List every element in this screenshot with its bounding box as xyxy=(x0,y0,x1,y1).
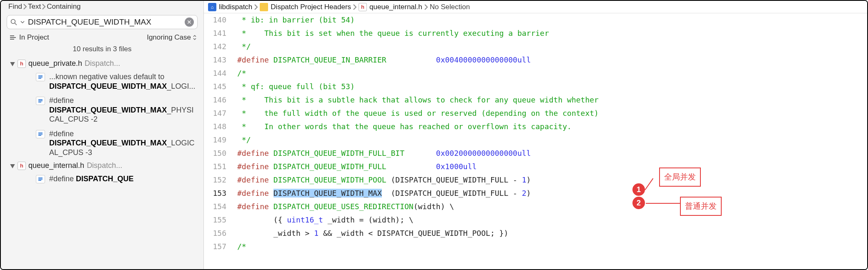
svg-rect-10 xyxy=(38,135,41,136)
breadcrumb-find[interactable]: Find xyxy=(8,2,22,11)
line-number[interactable]: 150 xyxy=(204,147,226,160)
chevron-right-icon xyxy=(23,3,27,10)
annotation-label-1: 全局并发 xyxy=(659,168,701,187)
editor-pane: ⌂libdispatch Dispatch Project Headers hq… xyxy=(204,1,867,269)
find-sidebar: Find Text Containing ✕ In Project Ignori… xyxy=(1,1,204,269)
svg-rect-5 xyxy=(38,99,43,100)
svg-rect-6 xyxy=(38,100,43,101)
annotation-badge-1: 1 xyxy=(632,183,645,196)
code-line[interactable]: #define DISPATCH_QUEUE_WIDTH_MAX (DISPAT… xyxy=(237,187,867,200)
jump-bar[interactable]: ⌂libdispatch Dispatch Project Headers hq… xyxy=(204,1,867,13)
search-match[interactable]: #define DISPATCH_QUEUE_WIDTH_MAX_PHYSICA… xyxy=(2,93,203,127)
line-number[interactable]: 146 xyxy=(204,93,226,107)
code-line[interactable]: */ xyxy=(237,133,867,147)
line-number[interactable]: 156 xyxy=(204,227,226,240)
search-wrap: ✕ xyxy=(1,12,203,32)
chevron-right-icon xyxy=(42,3,46,10)
breadcrumb-text[interactable]: Text xyxy=(28,2,41,11)
disclosure-triangle-icon[interactable] xyxy=(10,163,15,168)
scope-label[interactable]: In Project xyxy=(19,33,49,42)
line-number[interactable]: 157 xyxy=(204,240,226,253)
path-file[interactable]: queue_internal.h xyxy=(369,3,422,11)
match-text: ...known negative values default to DISP… xyxy=(49,72,198,91)
chevron-down-icon[interactable] xyxy=(20,19,25,25)
search-field[interactable]: ✕ xyxy=(7,15,198,29)
line-number[interactable]: 142 xyxy=(204,40,226,53)
svg-rect-3 xyxy=(38,77,43,78)
line-number[interactable]: 147 xyxy=(204,107,226,120)
code-line[interactable]: #define DISPATCH_QUEUE_WIDTH_FULL_BIT 0x… xyxy=(237,147,867,160)
code-line[interactable]: * In other words that the queue has reac… xyxy=(237,120,867,133)
code-line[interactable]: _width > 1 && _width < DISPATCH_QUEUE_WI… xyxy=(237,227,867,240)
code-line[interactable]: * This bit is a subtle hack that allows … xyxy=(237,93,867,107)
updown-icon[interactable] xyxy=(193,35,197,40)
line-number[interactable]: 140 xyxy=(204,13,226,27)
search-match[interactable]: #define DISPATCH_QUEUE_WIDTH_MAX_LOGICAL… xyxy=(2,127,203,160)
line-number[interactable]: 155 xyxy=(204,213,226,227)
disclosure-triangle-icon[interactable] xyxy=(10,61,15,66)
search-match[interactable]: #define DISPATCH_QUE xyxy=(2,172,203,186)
code-line[interactable]: /* xyxy=(237,240,867,253)
file-header[interactable]: hqueue_internal.h Dispatch... xyxy=(2,160,203,172)
path-project[interactable]: libdispatch xyxy=(219,3,252,11)
file-header[interactable]: hqueue_private.h Dispatch... xyxy=(2,58,203,70)
annotation-badge-2: 2 xyxy=(632,197,645,209)
search-match[interactable]: ...known negative values default to DISP… xyxy=(2,70,203,93)
svg-rect-2 xyxy=(38,75,43,76)
case-label[interactable]: Ignoring Case xyxy=(147,33,191,42)
line-number[interactable]: 143 xyxy=(204,53,226,67)
header-file-icon: h xyxy=(18,162,26,170)
code-line[interactable]: */ xyxy=(237,40,867,53)
match-icon xyxy=(36,97,45,105)
line-number[interactable]: 152 xyxy=(204,173,226,187)
code-area[interactable]: 1401411421431441451461471481491501511521… xyxy=(204,13,867,269)
file-group: hqueue_private.h Dispatch......known neg… xyxy=(2,58,203,160)
line-number[interactable]: 154 xyxy=(204,200,226,213)
code-line[interactable]: * ib: in barrier (bit 54) xyxy=(237,13,867,27)
file-group: hqueue_internal.h Dispatch...#define DIS… xyxy=(2,160,203,186)
code-line[interactable]: #define DISPATCH_QUEUE_WIDTH_FULL 0x1000… xyxy=(237,160,867,173)
code-line[interactable]: #define DISPATCH_QUEUE_IN_BARRIER 0x0040… xyxy=(237,53,867,67)
line-number[interactable]: 144 xyxy=(204,67,226,80)
line-number[interactable]: 151 xyxy=(204,160,226,173)
project-icon: ⌂ xyxy=(208,3,216,11)
clear-search-icon[interactable]: ✕ xyxy=(185,18,194,27)
svg-rect-11 xyxy=(38,178,43,178)
file-trail: Dispatch... xyxy=(85,59,120,68)
scope-row: In Project Ignoring Case xyxy=(1,32,203,43)
header-file-icon: h xyxy=(359,3,367,11)
code-line[interactable]: * the full width of the queue is used or… xyxy=(237,107,867,120)
fold-strip[interactable] xyxy=(231,13,237,269)
search-input[interactable] xyxy=(28,18,181,27)
line-number[interactable]: 148 xyxy=(204,120,226,133)
svg-point-0 xyxy=(11,20,15,24)
match-text: #define DISPATCH_QUEUE_WIDTH_MAX_PHYSICA… xyxy=(49,96,198,124)
code-line[interactable]: * This bit is set when the queue is curr… xyxy=(237,27,867,40)
code-line[interactable]: /* xyxy=(237,67,867,80)
code-line[interactable]: * qf: queue full (bit 53) xyxy=(237,80,867,93)
line-number[interactable]: 141 xyxy=(204,27,226,40)
find-breadcrumbs: Find Text Containing xyxy=(1,1,203,12)
folder-icon xyxy=(260,3,268,11)
file-name: queue_internal.h xyxy=(28,161,84,170)
code-line[interactable]: #define DISPATCH_QUEUE_WIDTH_POOL (DISPA… xyxy=(237,173,867,187)
line-number[interactable]: 149 xyxy=(204,133,226,147)
line-number[interactable]: 145 xyxy=(204,80,226,93)
svg-rect-4 xyxy=(38,78,41,79)
code-line[interactable]: ({ uint16_t _width = (width); \ xyxy=(237,213,867,227)
app-root: Find Text Containing ✕ In Project Ignori… xyxy=(0,0,868,270)
line-gutter: 1401411421431441451461471481491501511521… xyxy=(204,13,231,269)
code-line[interactable]: #define DISPATCH_QUEUE_USES_REDIRECTION(… xyxy=(237,200,867,213)
path-selection[interactable]: No Selection xyxy=(430,3,470,11)
scope-icon[interactable] xyxy=(10,35,16,40)
results-list[interactable]: hqueue_private.h Dispatch......known neg… xyxy=(1,58,203,269)
code-body[interactable]: * ib: in barrier (bit 54) * This bit is … xyxy=(237,13,867,269)
results-summary: 10 results in 3 files xyxy=(1,43,203,58)
svg-rect-8 xyxy=(38,132,43,133)
file-name: queue_private.h xyxy=(28,59,82,68)
header-file-icon: h xyxy=(18,60,26,68)
line-number[interactable]: 153 xyxy=(204,187,226,200)
match-text: #define DISPATCH_QUEUE_WIDTH_MAX_LOGICAL… xyxy=(49,129,198,158)
breadcrumb-containing[interactable]: Containing xyxy=(47,2,80,11)
path-folder[interactable]: Dispatch Project Headers xyxy=(271,3,351,11)
